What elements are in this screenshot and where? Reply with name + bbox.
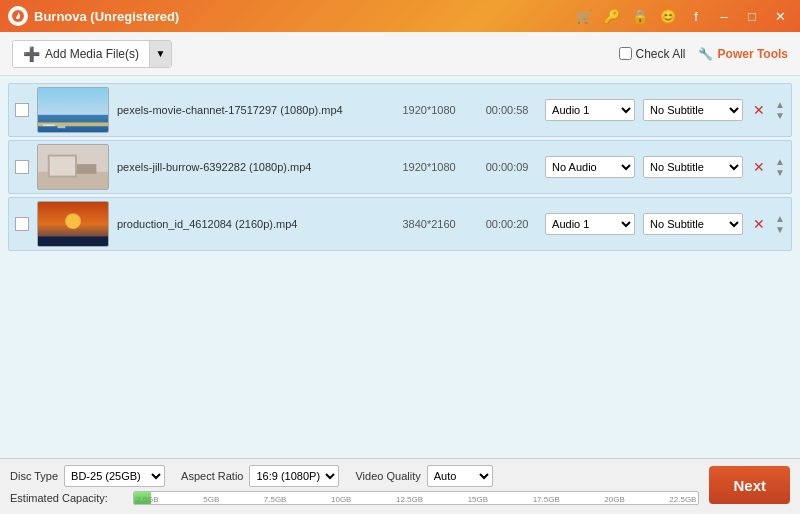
subtitle-field: No SubtitleSubtitle 1 bbox=[643, 213, 743, 235]
close-icon[interactable]: ✕ bbox=[768, 5, 792, 27]
table-row: pexels-jill-burrow-6392282 (1080p).mp419… bbox=[8, 140, 792, 194]
move-down-icon[interactable]: ▼ bbox=[775, 111, 785, 121]
settings-row: Disc Type BD-25 (25GB)BD-50 (50GB)DVD-5 … bbox=[10, 465, 699, 487]
capacity-bar: 2.5GB5GB7.5GB10GB12.5GB15GB17.5GB20GB22.… bbox=[133, 491, 699, 505]
remove-file-button[interactable]: ✕ bbox=[751, 216, 767, 232]
file-checkbox[interactable] bbox=[15, 217, 29, 231]
subtitle-field: No SubtitleSubtitle 1 bbox=[643, 99, 743, 121]
subtitle-field: No SubtitleSubtitle 1 bbox=[643, 156, 743, 178]
subtitle-select[interactable]: No SubtitleSubtitle 1 bbox=[643, 156, 743, 178]
cart-icon[interactable]: 🛒 bbox=[572, 5, 596, 27]
check-all-text: Check All bbox=[636, 47, 686, 61]
capacity-tick-label: 22.5GB bbox=[669, 495, 696, 504]
add-media-label: Add Media File(s) bbox=[45, 47, 139, 61]
facebook-icon[interactable]: f bbox=[684, 5, 708, 27]
file-duration: 00:00:09 bbox=[477, 161, 537, 173]
lock-icon[interactable]: 🔒 bbox=[628, 5, 652, 27]
power-tools-button[interactable]: 🔧 Power Tools bbox=[698, 47, 788, 61]
app-title: Burnova (Unregistered) bbox=[34, 9, 572, 24]
minimize-icon[interactable]: – bbox=[712, 5, 736, 27]
subtitle-select[interactable]: No SubtitleSubtitle 1 bbox=[643, 213, 743, 235]
add-media-main[interactable]: ➕ Add Media File(s) bbox=[13, 41, 149, 67]
file-list: pexels-movie-channet-17517297 (1080p).mp… bbox=[0, 76, 800, 258]
video-quality-field: Video Quality AutoHighMediumLow bbox=[355, 465, 492, 487]
video-quality-select[interactable]: AutoHighMediumLow bbox=[427, 465, 493, 487]
file-checkbox[interactable] bbox=[15, 103, 29, 117]
toolbar: ➕ Add Media File(s) ▼ Check All 🔧 Power … bbox=[0, 32, 800, 76]
capacity-tick-label: 17.5GB bbox=[533, 495, 560, 504]
smiley-icon[interactable]: 😊 bbox=[656, 5, 680, 27]
titlebar: Burnova (Unregistered) 🛒 🔑 🔒 😊 f – □ ✕ bbox=[0, 0, 800, 32]
audio-field: Audio 1Audio 2No Audio bbox=[545, 99, 635, 121]
move-down-icon[interactable]: ▼ bbox=[775, 225, 785, 235]
check-all-label[interactable]: Check All bbox=[619, 47, 686, 61]
wrench-icon: 🔧 bbox=[698, 47, 713, 61]
capacity-tick-label: 12.5GB bbox=[396, 495, 423, 504]
audio-field: Audio 1Audio 2No Audio bbox=[545, 213, 635, 235]
file-name: pexels-movie-channet-17517297 (1080p).mp… bbox=[117, 104, 381, 116]
file-resolution: 1920*1080 bbox=[389, 161, 469, 173]
move-up-icon[interactable]: ▲ bbox=[775, 214, 785, 224]
file-thumbnail bbox=[37, 87, 109, 133]
bottom-bar: Disc Type BD-25 (25GB)BD-50 (50GB)DVD-5 … bbox=[0, 458, 800, 514]
reorder-arrows: ▲▼ bbox=[775, 100, 785, 121]
next-button[interactable]: Next bbox=[709, 466, 790, 504]
audio-select[interactable]: Audio 1Audio 2No Audio bbox=[545, 99, 635, 121]
reorder-arrows: ▲▼ bbox=[775, 157, 785, 178]
audio-select[interactable]: Audio 1Audio 2No Audio bbox=[545, 156, 635, 178]
power-tools-label: Power Tools bbox=[718, 47, 788, 61]
disc-type-label: Disc Type bbox=[10, 470, 58, 482]
aspect-ratio-select[interactable]: 16:9 (1080P)4:316:9 (720P) bbox=[249, 465, 339, 487]
bottom-outer: Disc Type BD-25 (25GB)BD-50 (50GB)DVD-5 … bbox=[10, 465, 790, 505]
capacity-row: Estimated Capacity: 2.5GB5GB7.5GB10GB12.… bbox=[10, 491, 699, 505]
capacity-ticks: 2.5GB5GB7.5GB10GB12.5GB15GB17.5GB20GB22.… bbox=[134, 495, 698, 504]
reorder-arrows: ▲▼ bbox=[775, 214, 785, 235]
capacity-tick-label: 15GB bbox=[468, 495, 488, 504]
disc-type-select[interactable]: BD-25 (25GB)BD-50 (50GB)DVD-5 (4.7GB)DVD… bbox=[64, 465, 165, 487]
capacity-tick-label: 7.5GB bbox=[264, 495, 287, 504]
add-media-dropdown-arrow[interactable]: ▼ bbox=[149, 41, 171, 67]
file-name: production_id_4612084 (2160p).mp4 bbox=[117, 218, 381, 230]
audio-select[interactable]: Audio 1Audio 2No Audio bbox=[545, 213, 635, 235]
subtitle-select[interactable]: No SubtitleSubtitle 1 bbox=[643, 99, 743, 121]
file-resolution: 3840*2160 bbox=[389, 218, 469, 230]
move-up-icon[interactable]: ▲ bbox=[775, 100, 785, 110]
file-resolution: 1920*1080 bbox=[389, 104, 469, 116]
add-media-button[interactable]: ➕ Add Media File(s) ▼ bbox=[12, 40, 172, 68]
capacity-tick-label: 10GB bbox=[331, 495, 351, 504]
disc-type-field: Disc Type BD-25 (25GB)BD-50 (50GB)DVD-5 … bbox=[10, 465, 165, 487]
aspect-ratio-label: Aspect Ratio bbox=[181, 470, 243, 482]
est-capacity-label: Estimated Capacity: bbox=[10, 492, 125, 504]
capacity-tick-label: 2.5GB bbox=[136, 495, 159, 504]
key-icon[interactable]: 🔑 bbox=[600, 5, 624, 27]
chevron-down-icon: ▼ bbox=[156, 48, 166, 59]
file-duration: 00:00:58 bbox=[477, 104, 537, 116]
table-row: production_id_4612084 (2160p).mp43840*21… bbox=[8, 197, 792, 251]
move-up-icon[interactable]: ▲ bbox=[775, 157, 785, 167]
audio-field: Audio 1Audio 2No Audio bbox=[545, 156, 635, 178]
file-thumbnail bbox=[37, 144, 109, 190]
bottom-controls: Disc Type BD-25 (25GB)BD-50 (50GB)DVD-5 … bbox=[10, 465, 699, 505]
capacity-tick-label: 20GB bbox=[604, 495, 624, 504]
file-list-area: pexels-movie-channet-17517297 (1080p).mp… bbox=[0, 76, 800, 458]
capacity-tick-label: 5GB bbox=[203, 495, 219, 504]
remove-file-button[interactable]: ✕ bbox=[751, 159, 767, 175]
check-all-checkbox[interactable] bbox=[619, 47, 632, 60]
table-row: pexels-movie-channet-17517297 (1080p).mp… bbox=[8, 83, 792, 137]
file-name: pexels-jill-burrow-6392282 (1080p).mp4 bbox=[117, 161, 381, 173]
file-duration: 00:00:20 bbox=[477, 218, 537, 230]
file-thumbnail bbox=[37, 201, 109, 247]
titlebar-icons: 🛒 🔑 🔒 😊 f – □ ✕ bbox=[572, 5, 792, 27]
app-logo bbox=[8, 6, 28, 26]
remove-file-button[interactable]: ✕ bbox=[751, 102, 767, 118]
restore-icon[interactable]: □ bbox=[740, 5, 764, 27]
plus-icon: ➕ bbox=[23, 46, 40, 62]
video-quality-label: Video Quality bbox=[355, 470, 420, 482]
file-checkbox[interactable] bbox=[15, 160, 29, 174]
content-area: ➕ Add Media File(s) ▼ Check All 🔧 Power … bbox=[0, 32, 800, 514]
aspect-ratio-field: Aspect Ratio 16:9 (1080P)4:316:9 (720P) bbox=[181, 465, 339, 487]
move-down-icon[interactable]: ▼ bbox=[775, 168, 785, 178]
toolbar-right: Check All 🔧 Power Tools bbox=[619, 47, 788, 61]
